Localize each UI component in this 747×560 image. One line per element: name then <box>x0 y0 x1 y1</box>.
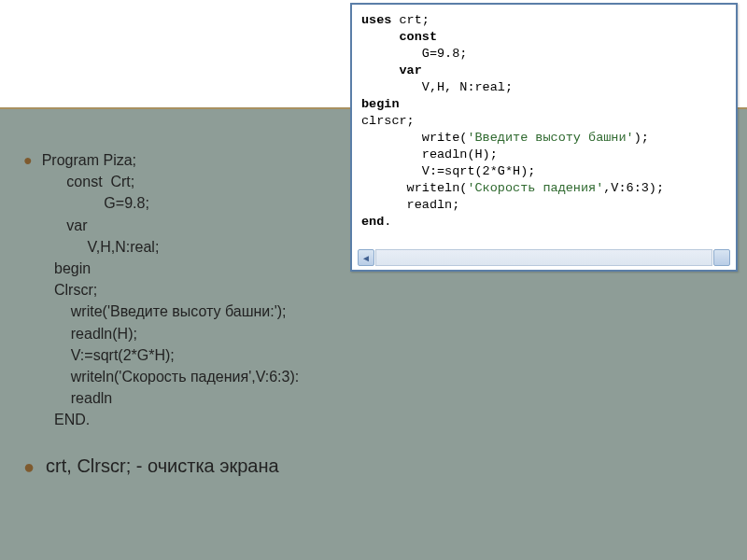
code-line: V:=sqrt(2*G*H); <box>361 163 726 180</box>
program-text: Program Piza; const Crt; G=9.8; var V,H,… <box>42 149 300 430</box>
code-line: V,H, N:real; <box>361 79 726 96</box>
code-editor-window: uses crt; const G=9.8; var V,H, N:real;b… <box>350 3 738 272</box>
scroll-left-button[interactable]: ◄ <box>358 249 374 266</box>
code-line: var <box>361 63 726 79</box>
horizontal-scrollbar[interactable]: ◄ <box>358 249 730 266</box>
code-line: readln(H); <box>361 147 726 163</box>
bullet-icon: ● <box>23 149 33 171</box>
code-line: readln; <box>361 197 726 214</box>
code-line: end. <box>361 214 726 231</box>
footer-note: ● crt, Clrscr; - очистка экрана <box>23 455 279 477</box>
slide-program-block: ● Program Piza; const Crt; G=9.8; var V,… <box>23 149 341 432</box>
footer-text: crt, Clrscr; - очистка экрана <box>46 455 279 477</box>
code-line: write('Введите высоту башни'); <box>361 130 726 147</box>
code-line: writeln('Скорость падения',V:6:3); <box>361 180 726 197</box>
code-line: uses crt; <box>361 12 726 29</box>
code-line: clrscr; <box>361 113 726 130</box>
code-line: G=9.8; <box>361 46 726 63</box>
scroll-right-button[interactable] <box>713 249 730 266</box>
code-line: const <box>361 29 726 46</box>
code-editor-content: uses crt; const G=9.8; var V,H, N:real;b… <box>352 5 736 234</box>
code-line: begin <box>361 96 726 113</box>
bullet-icon: ● <box>23 457 35 476</box>
scroll-track[interactable] <box>375 249 712 266</box>
